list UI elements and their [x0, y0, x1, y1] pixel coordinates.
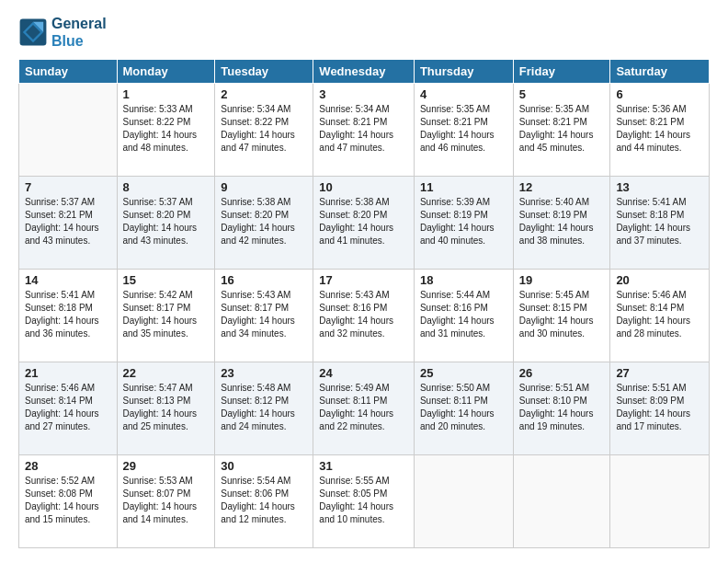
day-info: Sunrise: 5:51 AM Sunset: 8:10 PM Dayligh… [519, 382, 605, 433]
col-header-monday: Monday [117, 60, 215, 84]
day-info: Sunrise: 5:35 AM Sunset: 8:21 PM Dayligh… [420, 103, 507, 155]
calendar-cell: 27Sunrise: 5:51 AM Sunset: 8:09 PM Dayli… [610, 362, 710, 455]
calendar-cell: 29Sunrise: 5:53 AM Sunset: 8:07 PM Dayli… [117, 455, 215, 548]
calendar-cell: 17Sunrise: 5:43 AM Sunset: 8:16 PM Dayli… [313, 270, 415, 362]
day-info: Sunrise: 5:36 AM Sunset: 8:21 PM Dayligh… [616, 103, 703, 155]
day-info: Sunrise: 5:54 AM Sunset: 8:06 PM Dayligh… [221, 475, 307, 526]
calendar-header-row: SundayMondayTuesdayWednesdayThursdayFrid… [19, 60, 710, 84]
day-number: 28 [25, 459, 111, 473]
day-number: 15 [123, 273, 210, 287]
calendar-cell: 9Sunrise: 5:38 AM Sunset: 8:20 PM Daylig… [215, 177, 313, 270]
calendar-cell: 23Sunrise: 5:48 AM Sunset: 8:12 PM Dayli… [215, 362, 313, 455]
day-info: Sunrise: 5:47 AM Sunset: 8:13 PM Dayligh… [123, 382, 210, 433]
calendar-cell: 2Sunrise: 5:34 AM Sunset: 8:22 PM Daylig… [215, 84, 313, 177]
day-number: 27 [616, 366, 703, 380]
day-number: 10 [319, 180, 408, 194]
day-info: Sunrise: 5:41 AM Sunset: 8:18 PM Dayligh… [25, 289, 111, 340]
calendar-cell: 18Sunrise: 5:44 AM Sunset: 8:16 PM Dayli… [414, 270, 513, 362]
day-number: 2 [221, 87, 307, 101]
calendar-cell: 4Sunrise: 5:35 AM Sunset: 8:21 PM Daylig… [414, 84, 513, 177]
day-info: Sunrise: 5:53 AM Sunset: 8:07 PM Dayligh… [123, 475, 210, 526]
day-info: Sunrise: 5:37 AM Sunset: 8:20 PM Dayligh… [123, 196, 210, 247]
calendar-week-row: 1Sunrise: 5:33 AM Sunset: 8:22 PM Daylig… [19, 84, 710, 177]
day-number: 17 [319, 273, 408, 287]
day-info: Sunrise: 5:50 AM Sunset: 8:11 PM Dayligh… [420, 382, 507, 433]
calendar-cell: 10Sunrise: 5:38 AM Sunset: 8:20 PM Dayli… [313, 177, 415, 270]
day-number: 14 [25, 273, 111, 287]
day-number: 30 [221, 459, 307, 473]
day-number: 25 [420, 366, 507, 380]
page-header: General Blue [18, 15, 710, 50]
calendar-cell: 19Sunrise: 5:45 AM Sunset: 8:15 PM Dayli… [513, 270, 610, 362]
calendar-cell: 20Sunrise: 5:46 AM Sunset: 8:14 PM Dayli… [610, 270, 710, 362]
day-number: 26 [519, 366, 605, 380]
calendar-cell: 8Sunrise: 5:37 AM Sunset: 8:20 PM Daylig… [117, 177, 215, 270]
calendar-week-row: 7Sunrise: 5:37 AM Sunset: 8:21 PM Daylig… [19, 177, 710, 270]
calendar-cell [414, 455, 513, 548]
day-info: Sunrise: 5:48 AM Sunset: 8:12 PM Dayligh… [221, 382, 307, 433]
calendar-cell: 30Sunrise: 5:54 AM Sunset: 8:06 PM Dayli… [215, 455, 313, 548]
day-number: 13 [616, 180, 703, 194]
calendar-week-row: 28Sunrise: 5:52 AM Sunset: 8:08 PM Dayli… [19, 455, 710, 548]
day-number: 19 [519, 273, 605, 287]
day-number: 8 [123, 180, 210, 194]
calendar-cell: 31Sunrise: 5:55 AM Sunset: 8:05 PM Dayli… [313, 455, 415, 548]
day-info: Sunrise: 5:38 AM Sunset: 8:20 PM Dayligh… [221, 196, 307, 247]
day-number: 22 [123, 366, 210, 380]
col-header-saturday: Saturday [610, 60, 710, 84]
calendar-cell [513, 455, 610, 548]
calendar-page: General Blue SundayMondayTuesdayWednesda… [0, 0, 728, 563]
day-info: Sunrise: 5:38 AM Sunset: 8:20 PM Dayligh… [319, 196, 408, 247]
day-number: 31 [319, 459, 408, 473]
day-number: 4 [420, 87, 507, 101]
calendar-cell: 3Sunrise: 5:34 AM Sunset: 8:21 PM Daylig… [313, 84, 415, 177]
day-number: 6 [616, 87, 703, 101]
calendar-cell: 1Sunrise: 5:33 AM Sunset: 8:22 PM Daylig… [117, 84, 215, 177]
col-header-thursday: Thursday [414, 60, 513, 84]
day-info: Sunrise: 5:39 AM Sunset: 8:19 PM Dayligh… [420, 196, 507, 247]
calendar-cell: 28Sunrise: 5:52 AM Sunset: 8:08 PM Dayli… [19, 455, 118, 548]
calendar-cell: 12Sunrise: 5:40 AM Sunset: 8:19 PM Dayli… [513, 177, 610, 270]
day-info: Sunrise: 5:55 AM Sunset: 8:05 PM Dayligh… [319, 475, 408, 526]
day-number: 12 [519, 180, 605, 194]
day-number: 9 [221, 180, 307, 194]
calendar-cell: 15Sunrise: 5:42 AM Sunset: 8:17 PM Dayli… [117, 270, 215, 362]
day-info: Sunrise: 5:34 AM Sunset: 8:22 PM Dayligh… [221, 103, 307, 155]
day-info: Sunrise: 5:42 AM Sunset: 8:17 PM Dayligh… [123, 289, 210, 340]
day-info: Sunrise: 5:37 AM Sunset: 8:21 PM Dayligh… [25, 196, 111, 247]
logo: General Blue [18, 15, 107, 50]
calendar-cell [610, 455, 710, 548]
day-number: 18 [420, 273, 507, 287]
calendar-cell [19, 84, 118, 177]
day-info: Sunrise: 5:43 AM Sunset: 8:16 PM Dayligh… [319, 289, 408, 340]
day-number: 11 [420, 180, 507, 194]
calendar-cell: 5Sunrise: 5:35 AM Sunset: 8:21 PM Daylig… [513, 84, 610, 177]
day-number: 23 [221, 366, 307, 380]
day-number: 20 [616, 273, 703, 287]
col-header-sunday: Sunday [19, 60, 118, 84]
day-info: Sunrise: 5:34 AM Sunset: 8:21 PM Dayligh… [319, 103, 408, 155]
day-info: Sunrise: 5:40 AM Sunset: 8:19 PM Dayligh… [519, 196, 605, 247]
calendar-cell: 24Sunrise: 5:49 AM Sunset: 8:11 PM Dayli… [313, 362, 415, 455]
day-number: 5 [519, 87, 605, 101]
calendar-cell: 6Sunrise: 5:36 AM Sunset: 8:21 PM Daylig… [610, 84, 710, 177]
day-info: Sunrise: 5:43 AM Sunset: 8:17 PM Dayligh… [221, 289, 307, 340]
logo-icon [18, 17, 48, 47]
day-info: Sunrise: 5:44 AM Sunset: 8:16 PM Dayligh… [420, 289, 507, 340]
day-number: 21 [25, 366, 111, 380]
day-number: 3 [319, 87, 408, 101]
day-info: Sunrise: 5:49 AM Sunset: 8:11 PM Dayligh… [319, 382, 408, 433]
calendar-cell: 26Sunrise: 5:51 AM Sunset: 8:10 PM Dayli… [513, 362, 610, 455]
calendar-cell: 16Sunrise: 5:43 AM Sunset: 8:17 PM Dayli… [215, 270, 313, 362]
calendar-cell: 25Sunrise: 5:50 AM Sunset: 8:11 PM Dayli… [414, 362, 513, 455]
day-info: Sunrise: 5:46 AM Sunset: 8:14 PM Dayligh… [25, 382, 111, 433]
day-number: 24 [319, 366, 408, 380]
calendar-cell: 13Sunrise: 5:41 AM Sunset: 8:18 PM Dayli… [610, 177, 710, 270]
day-info: Sunrise: 5:52 AM Sunset: 8:08 PM Dayligh… [25, 475, 111, 526]
col-header-tuesday: Tuesday [215, 60, 313, 84]
calendar-table: SundayMondayTuesdayWednesdayThursdayFrid… [18, 59, 710, 548]
calendar-cell: 11Sunrise: 5:39 AM Sunset: 8:19 PM Dayli… [414, 177, 513, 270]
day-number: 29 [123, 459, 210, 473]
day-info: Sunrise: 5:46 AM Sunset: 8:14 PM Dayligh… [616, 289, 703, 340]
col-header-friday: Friday [513, 60, 610, 84]
